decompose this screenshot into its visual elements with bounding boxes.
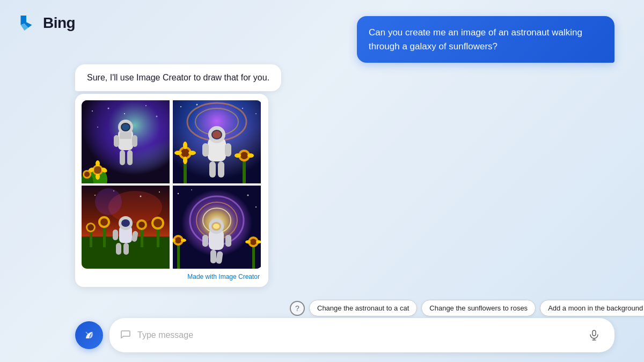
help-icon: ? [295,304,299,313]
svg-point-17 [122,124,129,130]
svg-point-86 [191,189,192,190]
generated-image-4[interactable] [173,186,261,269]
svg-point-87 [247,195,249,196]
help-button[interactable]: ? [290,301,305,316]
copilot-icon [82,328,97,343]
microphone-icon [589,330,599,341]
svg-point-37 [188,151,196,155]
svg-point-85 [178,193,179,194]
svg-point-97 [245,240,251,243]
svg-point-43 [235,153,241,158]
svg-point-39 [183,157,187,164]
svg-point-35 [181,149,189,157]
svg-point-96 [250,239,257,245]
svg-rect-78 [116,243,121,255]
svg-point-63 [87,224,94,231]
svg-point-4 [145,105,147,106]
svg-point-57 [113,190,114,191]
svg-point-38 [183,142,187,149]
svg-point-75 [121,219,130,227]
suggestion-chip-3[interactable]: Add a moon in the background [540,300,644,316]
svg-point-55 [95,188,122,215]
svg-rect-103 [202,235,208,247]
svg-rect-76 [113,230,118,240]
svg-point-93 [181,239,186,242]
svg-point-2 [108,108,109,109]
svg-point-32 [255,113,257,114]
suggestion-chip-3-label: Add a moon in the background [548,304,643,312]
image-creator-link[interactable]: Image Creator [218,273,260,280]
generated-image-1[interactable] [82,100,170,183]
message-icon [120,329,131,342]
svg-rect-22 [120,132,131,139]
svg-point-13 [94,166,101,174]
svg-point-88 [255,206,257,208]
microphone-button[interactable] [584,326,604,345]
svg-point-72 [153,219,162,227]
suggestion-chips-row: ? Change the astronaut to a cat Change t… [290,300,614,316]
suggestion-chip-1[interactable]: Change the astronaut to a cat [309,300,417,316]
svg-point-5 [156,116,158,117]
svg-point-91 [175,237,181,243]
user-message-bubble: Can you create me an image of an astrona… [357,16,614,63]
svg-rect-21 [127,150,133,165]
svg-point-56 [94,195,96,196]
svg-rect-20 [120,150,125,165]
generated-image-3[interactable] [82,186,170,269]
svg-rect-52 [218,161,224,178]
credit-prefix-text: Made with [187,273,218,280]
assistant-message-bubble: Sure, I'll use Image Creator to draw tha… [75,64,281,91]
svg-rect-19 [132,135,137,147]
svg-point-31 [242,108,243,109]
svg-point-42 [240,152,248,159]
svg-point-6 [97,127,98,128]
suggestion-chip-1-label: Change the astronaut to a cat [317,304,409,312]
user-message-text: Can you create me an image of an astrona… [369,27,582,51]
svg-point-102 [213,224,219,229]
header: Bing [15,12,75,34]
image-grid-container: Made with Image Creator [75,94,268,287]
svg-rect-51 [209,161,216,178]
svg-point-36 [174,151,182,155]
suggestion-chip-2-label: Change the sunflowers to roses [429,304,528,312]
image-credit: Made with Image Creator [82,273,262,280]
svg-rect-94 [252,243,255,269]
svg-point-25 [84,172,90,177]
svg-point-12 [96,173,100,180]
image-grid [82,100,262,269]
svg-point-44 [247,153,254,158]
copilot-button[interactable] [75,321,103,349]
suggestion-chip-2[interactable]: Change the sunflowers to roses [421,300,536,316]
svg-point-3 [124,113,125,114]
generated-image-2[interactable] [173,100,261,183]
bing-logo-icon [15,12,38,34]
svg-point-59 [159,191,160,193]
svg-point-69 [138,221,145,228]
svg-rect-107 [592,330,596,336]
input-bar-container: Type message [75,318,614,352]
svg-rect-50 [225,143,231,157]
app-title: Bing [43,14,75,32]
message-input-placeholder: Type message [137,330,578,340]
svg-point-11 [96,160,100,167]
svg-rect-18 [114,135,119,147]
svg-point-66 [100,218,108,226]
svg-point-29 [180,106,181,107]
svg-point-58 [140,196,142,197]
svg-point-48 [213,131,221,138]
svg-rect-105 [210,250,216,263]
svg-rect-104 [225,235,231,247]
svg-point-1 [92,110,93,112]
svg-rect-49 [202,143,209,157]
svg-point-30 [196,104,198,106]
message-input-bar[interactable]: Type message [109,318,614,352]
svg-rect-89 [177,242,180,269]
assistant-message-text: Sure, I'll use Image Creator to draw tha… [87,73,269,82]
svg-rect-79 [123,243,129,255]
